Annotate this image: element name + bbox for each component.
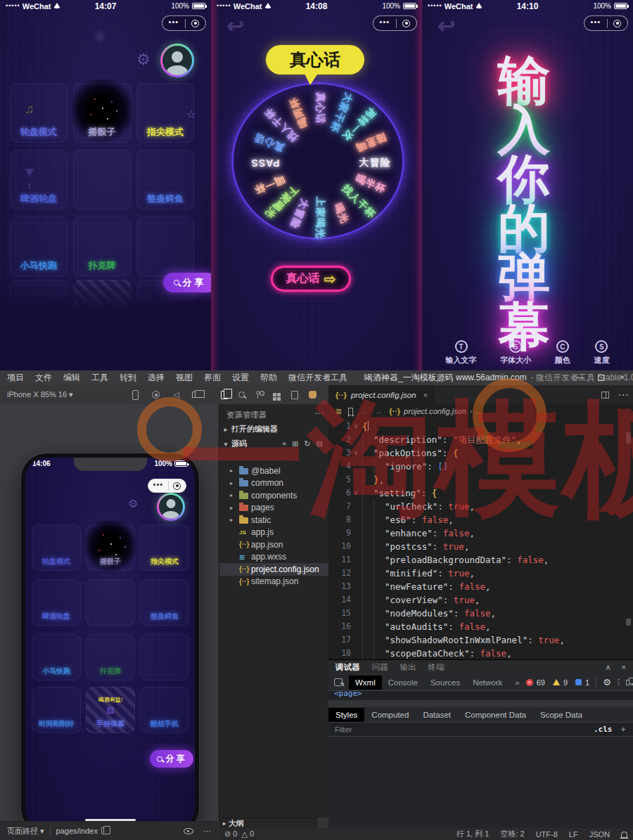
warning-summary[interactable]: △ 0 <box>241 829 254 839</box>
code-line-12[interactable]: 12"minified": true, <box>328 567 633 580</box>
bookmark-icon[interactable] <box>348 408 353 415</box>
grid-cell-摇骰子[interactable]: 摇骰子 <box>73 83 131 143</box>
grid-cell-时间刚刚好[interactable]: 时间刚刚好 <box>32 687 81 733</box>
close-button[interactable]: × <box>612 370 633 385</box>
styles-tab-Styles[interactable]: Styles <box>328 708 364 722</box>
tree-item-app.wxss[interactable]: ≣app.wxss <box>219 551 328 564</box>
wechat-capsule[interactable]: ••• <box>148 479 186 493</box>
undock-icon[interactable] <box>626 680 633 685</box>
grid-cell-整蛊鳄鱼[interactable]: 整蛊鳄鱼 <box>136 150 194 209</box>
devtools-more-icon[interactable]: ⋮ <box>615 678 622 687</box>
code-line-17[interactable]: 17"showShadowRootInWxmlPanel": true, <box>328 633 633 647</box>
git-branch-icon[interactable] <box>255 390 262 399</box>
grid-cell-empty[interactable] <box>86 579 135 626</box>
code-line-9[interactable]: 9"enhance": false, <box>328 526 633 540</box>
code-line-10[interactable]: 10"postcss": true, <box>328 540 633 553</box>
grid-cell-酷炫手机[interactable]: 酷炫手机 <box>140 687 189 733</box>
mute-icon[interactable]: ◁ <box>173 390 179 399</box>
menu-工具[interactable]: 工具 <box>91 372 108 384</box>
debugger-tab-终端[interactable]: 终端 <box>428 662 445 673</box>
devtools-tab-Network[interactable]: Network <box>466 676 509 690</box>
share-button[interactable]: 分享 <box>163 273 211 292</box>
menu-文件[interactable]: 文件 <box>35 372 52 384</box>
notifications-bell-icon[interactable] <box>621 832 627 837</box>
grid-cell-小马快跑[interactable]: 小马快跑 <box>32 634 81 680</box>
code-line-7[interactable]: 7"urlCheck": true, <box>328 500 633 513</box>
new-file-icon[interactable]: + <box>282 439 286 448</box>
page-path-dropdown[interactable]: 页面路径 ▾ <box>0 826 44 836</box>
devtools-tab-Sources[interactable]: Sources <box>424 676 466 690</box>
scrollbar-thumb[interactable] <box>626 432 631 444</box>
code-line-16[interactable]: 16"autoAudits": false, <box>328 620 633 633</box>
code-line-14[interactable]: 14"coverView": true, <box>328 593 633 607</box>
extensions-icon[interactable] <box>273 393 276 396</box>
info-count[interactable]: 1 <box>585 678 589 687</box>
menu-设置[interactable]: 设置 <box>232 372 249 384</box>
code-line-11[interactable]: 11"preloadBackgroundData": false, <box>328 553 633 567</box>
menu-项目[interactable]: 项目 <box>7 372 24 384</box>
menu-选择[interactable]: 选择 <box>148 372 165 384</box>
nav-forward-icon[interactable]: → <box>374 406 383 416</box>
tree-item-app.json[interactable]: {··}app.json <box>219 538 328 551</box>
inspect-element-icon[interactable] <box>334 678 343 686</box>
compile-icon[interactable] <box>152 391 160 399</box>
debugger-tab-输出[interactable]: 输出 <box>400 662 416 673</box>
grid-cell-empty[interactable] <box>136 217 194 276</box>
current-page-path[interactable]: pages/index <box>56 827 98 835</box>
warning-count[interactable]: 9 <box>563 678 568 687</box>
settings-gear-icon[interactable]: ⚙ <box>136 51 151 69</box>
devtools-tab-Wxml[interactable]: Wxml <box>349 676 382 690</box>
code-line-5[interactable]: 5}, <box>328 473 633 486</box>
tree-item-@babel[interactable]: ▸@babel <box>219 465 328 477</box>
menu-界面[interactable]: 界面 <box>204 372 221 384</box>
avatar[interactable] <box>157 493 185 521</box>
tool-颜色[interactable]: C颜色 <box>555 340 570 366</box>
styles-tab-Dataset[interactable]: Dataset <box>416 708 458 722</box>
code-line-4[interactable]: 4"ignore": [] <box>328 460 633 473</box>
maximize-button[interactable] <box>591 370 612 385</box>
styles-tab-Computed[interactable]: Computed <box>364 708 416 722</box>
error-summary[interactable]: ⊘ 0 <box>224 829 237 839</box>
fold-chevron-icon[interactable]: ∨ <box>351 446 361 460</box>
grid-cell-empty[interactable] <box>10 280 68 340</box>
fold-chevron-icon[interactable]: ∨ <box>351 486 361 500</box>
tool-速度[interactable]: S速度 <box>594 340 609 366</box>
wxml-element-tree[interactable]: <page> <box>328 691 633 700</box>
grid-cell-指尖模式[interactable]: 指尖模式 <box>140 524 189 571</box>
debugger-tab-问题[interactable]: 问题 <box>372 662 388 673</box>
debugger-tab-调试器[interactable]: 调试器 <box>335 662 360 673</box>
new-style-rule-icon[interactable]: + <box>612 724 633 735</box>
editor-icon[interactable] <box>291 391 298 399</box>
exit-target-icon[interactable] <box>191 20 199 27</box>
new-folder-icon[interactable]: ⊞ <box>292 439 298 448</box>
grid-cell-empty[interactable] <box>73 150 131 209</box>
split-editor-icon[interactable] <box>601 392 609 399</box>
grid-cell-empty[interactable] <box>140 634 189 680</box>
cursor-position[interactable]: 行 1, 列 1 <box>456 829 489 839</box>
section-open-editors[interactable]: ▸打开的编辑器 <box>219 422 328 436</box>
styles-tab-Component Data[interactable]: Component Data <box>458 708 533 722</box>
path-more-icon[interactable]: ⋯ <box>203 827 211 836</box>
panel-close-icon[interactable]: × <box>622 663 626 672</box>
menu-编辑[interactable]: 编辑 <box>63 372 80 384</box>
device-selector[interactable]: iPhone X 85% 16 ▾ <box>0 390 80 399</box>
wechat-capsule[interactable]: ••• <box>373 15 417 31</box>
code-line-8[interactable]: 8"es6": false, <box>328 513 633 526</box>
grid-cell-手持弹幕[interactable]: 喝酒有益!⚄手持弹幕 <box>86 687 135 733</box>
exit-target-icon[interactable] <box>173 482 181 490</box>
section-source[interactable]: ▾源码 + ⊞ ↻ ⊟ <box>219 437 328 451</box>
nav-back-icon[interactable]: ← <box>359 406 368 416</box>
fold-chevron-icon[interactable]: ∨ <box>351 420 361 433</box>
code-line-1[interactable]: 1∨{ <box>328 420 633 433</box>
eol-setting[interactable]: LF <box>569 830 578 839</box>
tool-输入文字[interactable]: T输入文字 <box>446 340 477 366</box>
tree-item-sitemap.json[interactable]: {··}sitemap.json <box>219 576 328 588</box>
collapse-all-icon[interactable]: ⊟ <box>316 439 323 448</box>
avatar[interactable] <box>160 44 194 77</box>
settings-gear-icon[interactable]: ⚙ <box>128 497 138 510</box>
devtools-tab-Console[interactable]: Console <box>382 676 424 690</box>
grid-cell-啤酒轮盘[interactable]: 啤酒轮盘 <box>32 579 81 626</box>
hand-tool-icon[interactable] <box>309 391 316 399</box>
grid-cell-empty[interactable] <box>73 280 131 340</box>
encoding[interactable]: UTF-8 <box>536 830 558 839</box>
